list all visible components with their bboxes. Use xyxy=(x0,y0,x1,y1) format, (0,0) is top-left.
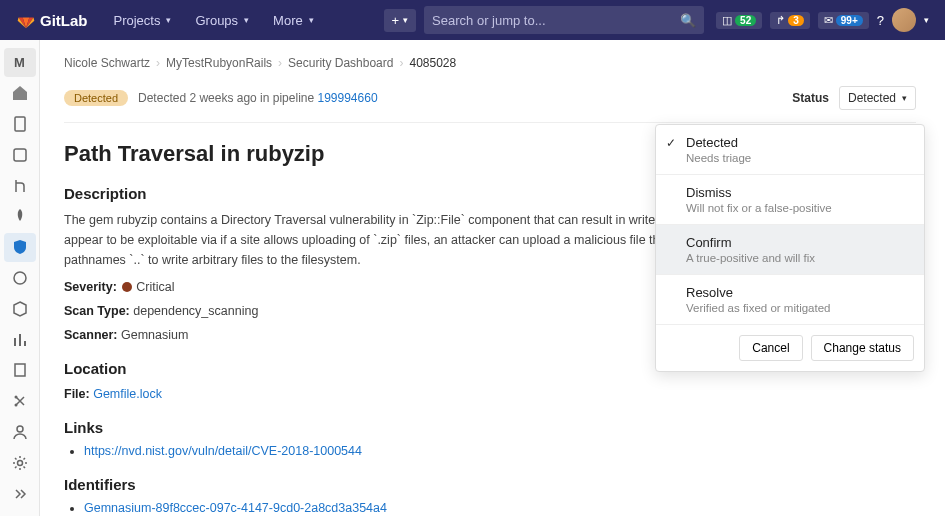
todos-link[interactable]: ✉99+ xyxy=(818,12,869,29)
status-select[interactable]: Detected▾ xyxy=(839,86,916,110)
new-dropdown[interactable]: +▾ xyxy=(384,9,417,32)
ops-icon xyxy=(12,270,28,286)
option-subtitle: Will not fix or a false-positive xyxy=(686,202,910,214)
breadcrumb-item[interactable]: Nicole Schwartz xyxy=(64,56,150,70)
top-navbar: GitLab Projects Groups More +▾ 🔍 ◫52 ↱3 … xyxy=(0,0,945,40)
sidebar-issues[interactable] xyxy=(4,140,36,169)
breadcrumb-item[interactable]: Security Dashboard xyxy=(288,56,393,70)
nav-groups[interactable]: Groups xyxy=(185,7,259,34)
status-option-confirm[interactable]: Confirm A true-positive and will fix xyxy=(656,225,924,274)
chevron-down-icon: ▾ xyxy=(902,93,907,103)
sidebar-snippets[interactable] xyxy=(4,387,36,416)
status-select-value: Detected xyxy=(848,91,896,105)
merge-icon: ↱ xyxy=(776,14,785,27)
sidebar-members[interactable] xyxy=(4,418,36,447)
file-label: File: xyxy=(64,387,90,401)
status-dropdown: ✓ Detected Needs triage Dismiss Will not… xyxy=(655,124,925,372)
sidebar-repository[interactable] xyxy=(4,110,36,139)
option-subtitle: Verified as fixed or mitigated xyxy=(686,302,910,314)
scan-type-label: Scan Type: xyxy=(64,304,130,318)
sidebar-overview[interactable] xyxy=(4,79,36,108)
severity-value: Critical xyxy=(136,280,174,294)
breadcrumb-item[interactable]: MyTestRubyonRails xyxy=(166,56,272,70)
rocket-icon xyxy=(12,208,28,224)
scissors-icon xyxy=(12,393,28,409)
breadcrumb-item: 4085028 xyxy=(409,56,456,70)
svg-point-5 xyxy=(14,404,17,407)
sidebar-merge-requests[interactable] xyxy=(4,171,36,200)
chevron-double-right-icon xyxy=(12,486,28,502)
option-title: Dismiss xyxy=(686,185,910,200)
user-avatar[interactable] xyxy=(892,8,916,32)
sidebar-wiki[interactable] xyxy=(4,356,36,385)
option-title: Confirm xyxy=(686,235,910,250)
todos-count: 99+ xyxy=(836,15,863,26)
pipeline-link[interactable]: 199994660 xyxy=(317,91,377,105)
nav-projects[interactable]: Projects xyxy=(104,7,182,34)
external-link[interactable]: https://nvd.nist.gov/vuln/detail/CVE-201… xyxy=(84,444,362,458)
status-option-dismiss[interactable]: Dismiss Will not fix or a false-positive xyxy=(656,175,924,224)
status-badge: Detected xyxy=(64,90,128,106)
identifiers-heading: Identifiers xyxy=(64,476,916,493)
brand-text: GitLab xyxy=(40,12,88,29)
issues-icon xyxy=(12,147,28,163)
issues-link[interactable]: ◫52 xyxy=(716,12,762,29)
svg-rect-1 xyxy=(14,149,26,161)
todo-icon: ✉ xyxy=(824,14,833,27)
book-icon xyxy=(12,362,28,378)
mr-count: 3 xyxy=(788,15,804,26)
gear-icon xyxy=(12,455,28,471)
scan-type-value: dependency_scanning xyxy=(133,304,258,318)
svg-rect-0 xyxy=(15,117,25,131)
detected-prefix: Detected 2 weeks ago in pipeline xyxy=(138,91,317,105)
global-search[interactable]: 🔍 xyxy=(424,6,704,34)
sidebar-analytics[interactable] xyxy=(4,325,36,354)
svg-point-4 xyxy=(14,396,17,399)
svg-point-2 xyxy=(14,272,26,284)
project-avatar[interactable]: M xyxy=(4,48,36,77)
chart-icon xyxy=(12,332,28,348)
option-subtitle: A true-positive and will fix xyxy=(686,252,910,264)
links-heading: Links xyxy=(64,419,916,436)
svg-point-6 xyxy=(17,426,23,432)
search-icon: 🔍 xyxy=(680,13,696,28)
sidebar-security[interactable] xyxy=(4,233,36,262)
issues-count: 52 xyxy=(735,15,756,26)
links-list: https://nvd.nist.gov/vuln/detail/CVE-201… xyxy=(64,444,916,458)
identifier-link[interactable]: Gemnasium-89f8ccec-097c-4147-9cd0-2a8cd3… xyxy=(84,501,387,515)
option-subtitle: Needs triage xyxy=(686,152,910,164)
issue-icon: ◫ xyxy=(722,14,732,27)
detected-text: Detected 2 weeks ago in pipeline 1999946… xyxy=(138,91,378,105)
sidebar-cicd[interactable] xyxy=(4,202,36,231)
user-dropdown-chevron[interactable]: ▾ xyxy=(924,15,929,25)
option-title: Detected xyxy=(686,135,910,150)
tanuki-icon xyxy=(16,10,36,30)
package-icon xyxy=(12,301,28,317)
file-link[interactable]: Gemfile.lock xyxy=(93,387,162,401)
left-sidebar: M xyxy=(0,40,40,516)
merge-request-icon xyxy=(12,178,28,194)
members-icon xyxy=(12,424,28,440)
sidebar-packages[interactable] xyxy=(4,294,36,323)
search-input[interactable] xyxy=(432,13,680,28)
cancel-button[interactable]: Cancel xyxy=(739,335,802,361)
severity-dot-icon xyxy=(122,282,132,292)
breadcrumb: Nicole Schwartz› MyTestRubyonRails› Secu… xyxy=(64,56,916,70)
status-label: Status xyxy=(792,91,829,105)
sidebar-collapse[interactable] xyxy=(4,479,36,508)
merge-requests-link[interactable]: ↱3 xyxy=(770,12,810,29)
svg-point-7 xyxy=(17,460,22,465)
help-icon[interactable]: ? xyxy=(877,13,884,28)
file-row: File: Gemfile.lock xyxy=(64,387,916,401)
status-option-resolve[interactable]: Resolve Verified as fixed or mitigated xyxy=(656,275,924,324)
scanner-value: Gemnasium xyxy=(121,328,188,342)
doc-icon xyxy=(12,116,28,132)
status-option-detected[interactable]: ✓ Detected Needs triage xyxy=(656,125,924,174)
severity-label: Severity: xyxy=(64,280,117,294)
gitlab-logo[interactable]: GitLab xyxy=(16,10,88,30)
scanner-label: Scanner: xyxy=(64,328,118,342)
change-status-button[interactable]: Change status xyxy=(811,335,914,361)
sidebar-settings[interactable] xyxy=(4,448,36,477)
nav-more[interactable]: More xyxy=(263,7,324,34)
sidebar-operations[interactable] xyxy=(4,264,36,293)
